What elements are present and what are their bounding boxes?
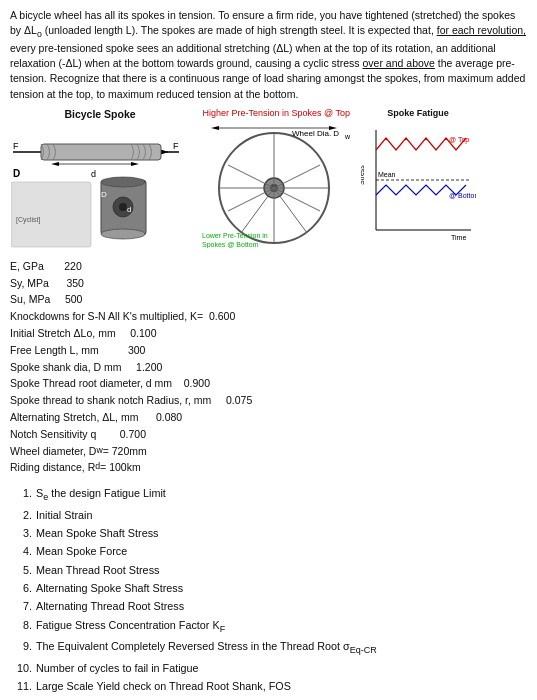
param-riding-dist: Riding distance, Rd = 100km [10,459,527,476]
list-item-6: 6. Alternating Spoke Shaft Stress [10,579,527,597]
svg-line-17 [274,188,320,211]
item-7-text: Alternating Thread Root Stress [36,597,527,615]
list-item-8: 8. Fatigue Stress Concentration Factor K… [10,616,527,637]
item-2-text: Initial Strain [36,506,527,524]
fatigue-svg: Stress Time @ Top @ Bottom Mean [361,120,476,250]
Sy-val: 350 [66,275,84,292]
E-val: 220 [64,258,82,275]
lower-pre-tension-label: Lower Pre-Tension in [202,232,268,239]
list-item-4: 4. Mean Spoke Force [10,542,527,560]
list-item-1: 1. Se the design Fatigue Limit [10,484,527,505]
param-alt-stretch: Alternating Stretch, ΔL, mm 0.080 [10,409,527,426]
page: A bicycle wheel has all its spokes in te… [0,0,537,700]
Sy-label: Sy, MPa [10,275,49,292]
d-cross-label: d [127,205,131,214]
notch-label: Spoke thread to shank notch Radius, r, m… [10,392,211,409]
spoke-shank-label: Spoke shank dia, D mm [10,359,121,376]
item-10-num: 10. [10,659,32,677]
item-3-num: 3. [10,524,32,542]
free-length-label: Free Length L, mm [10,342,99,359]
spoke-thread-label: Spoke Thread root diameter, d mm [10,375,172,392]
svg-marker-6 [131,162,139,166]
wheel-dia-sub: w [344,133,351,140]
list-item-2: 2. Initial Strain [10,506,527,524]
svg-rect-3 [41,144,161,160]
param-Su: Su, MPa 500 [10,291,527,308]
f-label-left: F [13,141,19,151]
knockdowns-val: 0.600 [209,308,235,325]
svg-marker-27 [211,126,219,130]
item-5-text: Mean Thread Root Stress [36,561,527,579]
time-axis-label: Time [451,234,466,241]
spoke-svg: F F D d [11,122,189,252]
Su-label: Su, MPa [10,291,50,308]
intro-paragraph: A bicycle wheel has all its spokes in te… [10,8,527,102]
item-1-text: Se the design Fatigue Limit [36,484,527,505]
d-label: D [13,168,20,179]
item-12-text: Actual distance ridden before Fatigue Fa… [36,695,527,700]
param-E: E, GPa 220 [10,258,527,275]
params-section: E, GPa 220 Sy, MPa 350 Su, MPa 500 Knock… [10,258,527,476]
stress-axis-label: Stress [361,165,365,185]
D-cross-label: D [101,190,107,199]
cyclist-placeholder: [Cyclist] [16,216,41,224]
item-10-text: Number of cycles to fail in Fatigue [36,659,527,677]
wheel-svg: Wheel Dia. D w Lower Pre-Tension in Spok… [197,118,352,248]
wheel-diagram: Higher Pre-Tension in Spokes @ Top [194,108,354,248]
bottom-label: @ Bottom [449,192,476,199]
initial-stretch-val: 0.100 [130,325,156,342]
notch-sens-label: Notch Sensitivity q [10,426,96,443]
spoke-thread-val: 0.900 [184,375,210,392]
svg-marker-5 [51,162,59,166]
E-label: E, GPa [10,258,44,275]
param-Sy: Sy, MPa 350 [10,275,527,292]
svg-line-18 [228,188,274,211]
bicycle-spoke-title: Bicycle Spoke [64,108,135,120]
spoke-shank-val: 1.200 [136,359,162,376]
mean-label: Mean [378,171,396,178]
knockdowns-label: Knockdowns for S-N All K's multiplied, K… [10,308,203,325]
param-free-length: Free Length L, mm 300 [10,342,527,359]
fatigue-graph: Spoke Fatigue Stress Time @ Top @ Bottom… [358,108,478,250]
item-8-text: Fatigue Stress Concentration Factor KF [36,616,527,637]
item-8-num: 8. [10,616,32,637]
svg-line-23 [241,188,274,233]
list-item-12: 12. Actual distance ridden before Fatigu… [10,695,527,700]
notch-sens-val: 0.700 [120,426,146,443]
svg-point-10 [101,229,145,239]
wheel-dia-label: Wheel Dia. D [292,129,339,138]
list-item-9: 9. The Equivalent Completely Reversed St… [10,637,527,658]
svg-point-9 [101,177,145,187]
item-6-text: Alternating Spoke Shaft Stress [36,579,527,597]
diagram-section: Bicycle Spoke F F D [10,108,527,252]
item-4-num: 4. [10,542,32,560]
f-label-right: F [173,141,179,151]
param-spoke-shank: Spoke shank dia, D mm 1.200 [10,359,527,376]
notch-val: 0.075 [226,392,252,409]
d-small-label: d [91,169,96,179]
list-item-10: 10. Number of cycles to fail in Fatigue [10,659,527,677]
svg-rect-7 [11,182,91,247]
item-11-text: Large Scale Yield check on Thread Root S… [36,677,527,695]
item-6-num: 6. [10,579,32,597]
svg-line-22 [274,188,307,233]
Su-val: 500 [65,291,83,308]
free-length-val: 300 [128,342,146,359]
item-1-num: 1. [10,484,32,505]
svg-line-20 [274,165,320,188]
top-label: @ Top [449,136,469,144]
list-item-5: 5. Mean Thread Root Stress [10,561,527,579]
item-11-num: 11. [10,677,32,695]
item-9-text: The Equivalent Completely Reversed Stres… [36,637,527,658]
param-initial-stretch: Initial Stretch ΔLo, mm 0.100 [10,325,527,342]
alt-stretch-label: Alternating Stretch, ΔL, mm [10,409,138,426]
numbered-list: 1. Se the design Fatigue Limit 2. Initia… [10,484,527,700]
svg-line-19 [228,165,274,188]
lower-pre-tension-label2: Spokes @ Bottom [202,241,259,248]
param-notch-sens: Notch Sensitivity q 0.700 [10,426,527,443]
param-spoke-thread: Spoke Thread root diameter, d mm 0.900 [10,375,527,392]
initial-stretch-label: Initial Stretch ΔLo, mm [10,325,116,342]
param-knockdowns: Knockdowns for S-N All K's multiplied, K… [10,308,527,325]
list-item-3: 3. Mean Spoke Shaft Stress [10,524,527,542]
fatigue-title: Spoke Fatigue [387,108,449,118]
